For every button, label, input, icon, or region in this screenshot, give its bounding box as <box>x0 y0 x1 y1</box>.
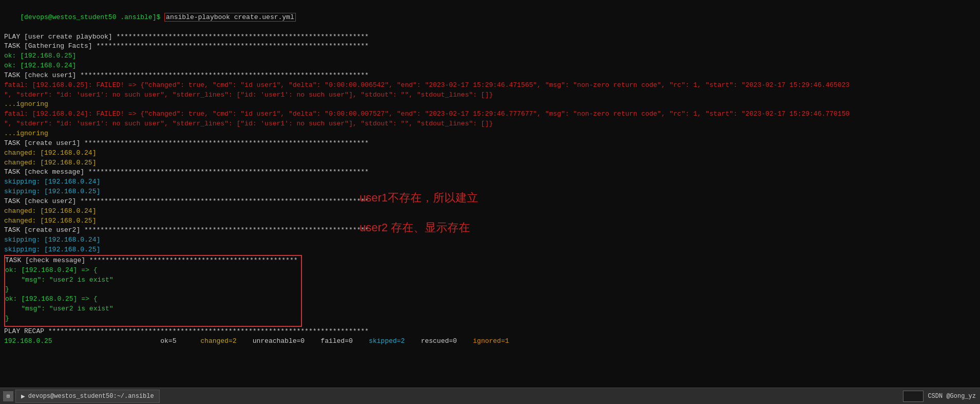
task-check-user1: TASK [check user1] *********************… <box>4 71 976 81</box>
command-box: ansible-playbook create.uesr.yml <box>164 13 296 22</box>
task-check-msg2-header: TASK [check message] *******************… <box>5 256 298 266</box>
prompt-separator <box>160 13 164 21</box>
ok-25-msg2-msg: "msg": "user2 is exist" <box>5 304 298 314</box>
fatal-25-line2: ", "stderr": "id: 'user1': no such user"… <box>4 90 976 100</box>
ok-25-msg2-open: ok: [192.168.0.25] => { <box>5 295 298 304</box>
ok-24-msg2-close: } <box>5 285 298 295</box>
task-check-msg1: TASK [check message] *******************… <box>4 168 976 177</box>
fatal-24-line1: fatal: [192.168.0.24]: FAILED! => {"chan… <box>4 109 976 119</box>
taskbar-right: CSDN @Gong_yz <box>903 391 980 402</box>
taskbar-csdn-label: CSDN @Gong_yz <box>928 393 976 400</box>
task-create-user1: TASK [create user1] ********************… <box>4 139 976 149</box>
taskbar: ⊞ ▶ devops@westos_student50:~/.ansible C… <box>0 388 980 404</box>
fatal-24-line2: ", "stderr": "id: 'user1': no such user"… <box>4 119 976 129</box>
annotation-user2: user2 存在、显示存在 <box>360 220 470 235</box>
taskbar-left: ⊞ ▶ devops@westos_student50:~/.ansible <box>0 390 160 403</box>
task-create-user2: TASK [create user2] ********************… <box>4 226 976 235</box>
changed-24-user2: changed: [192.168.0.24] <box>4 207 976 216</box>
skip-25-user2: skipping: [192.168.0.25] <box>4 245 976 255</box>
ok-24-gather: ok: [192.168.0.24] <box>4 61 976 71</box>
fatal-25-line1: fatal: [192.168.0.25]: FAILED! => {"chan… <box>4 81 976 90</box>
annotation-user1: user1不存在，所以建立 <box>360 190 478 206</box>
prompt-text: [devops@westos_student50 .ansible]$ <box>20 13 160 21</box>
ok-25-gather: ok: [192.168.0.25] <box>4 51 976 61</box>
ignoring-25: ...ignoring <box>4 100 976 109</box>
recap-detail: 192.168.0.25 ok=5 changed=2 unreachable=… <box>4 337 976 346</box>
red-border-section: TASK [check message] *******************… <box>4 255 302 327</box>
taskbar-terminal-app[interactable]: ▶ devops@westos_student50:~/.ansible <box>15 390 160 403</box>
taskbar-app-label: devops@westos_student50:~/.ansible <box>28 393 154 400</box>
changed-25-user2: changed: [192.168.0.25] <box>4 216 976 226</box>
task-check-user2: TASK [check user2] *********************… <box>4 197 976 207</box>
prompt-line: [devops@westos_student50 .ansible]$ ansi… <box>4 3 976 32</box>
skip-24-user2: skipping: [192.168.0.24] <box>4 235 976 245</box>
changed-25-user1: changed: [192.168.0.25] <box>4 158 976 168</box>
changed-24-user1: changed: [192.168.0.24] <box>4 149 976 158</box>
ok-25-msg2-close: } <box>5 314 298 324</box>
skip-24-msg1: skipping: [192.168.0.24] <box>4 177 976 187</box>
play-header: PLAY [user create playbook] ************… <box>4 32 976 42</box>
ok-24-msg2-msg: "msg": "user2 is exist" <box>5 276 298 285</box>
ignoring-24: ...ignoring <box>4 129 976 139</box>
play-recap-header: PLAY RECAP *****************************… <box>4 327 976 337</box>
task-gathering: TASK [Gathering Facts] *****************… <box>4 42 976 51</box>
taskbar-desktop-icon[interactable]: ⊞ <box>3 391 13 401</box>
terminal-icon: ▶ <box>21 392 25 400</box>
ok-24-msg2-open: ok: [192.168.0.24] => { <box>5 266 298 276</box>
taskbar-input-box[interactable] <box>903 391 924 402</box>
skip-25-msg1: skipping: [192.168.0.25] <box>4 187 976 197</box>
terminal: [devops@westos_student50 .ansible]$ ansi… <box>0 0 980 404</box>
